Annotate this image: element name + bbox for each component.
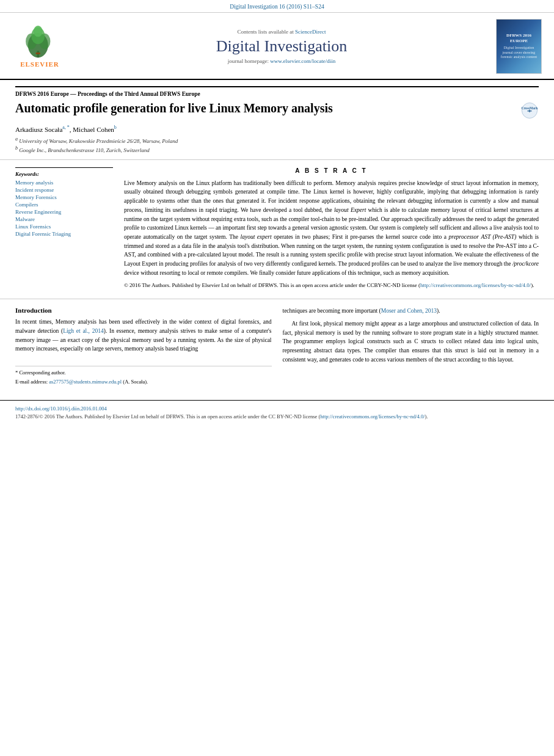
footnote-corresponding: * Corresponding author. <box>15 369 272 377</box>
license-link[interactable]: http://creativecommons.org/licenses/by-n… <box>420 282 531 288</box>
abstract-title: A B S T R A C T <box>124 167 539 174</box>
cover-line1: DFRWS 2016 EUROPE <box>499 33 539 44</box>
keyword-linux-forensics[interactable]: Linux Forensics <box>15 224 113 230</box>
abstract-para1: Live Memory analysis on the Linux platfo… <box>124 179 539 278</box>
footer-license-link[interactable]: http://creativecommons.org/licenses/by-n… <box>320 413 425 420</box>
copyright-text: © 2016 The Authors. Published by Elsevie… <box>124 282 539 290</box>
keyword-digital-forensic[interactable]: Digital Forensic Triaging <box>15 231 113 237</box>
crossmark-icon: CrossMark <box>521 102 538 119</box>
email-link[interactable]: as277575@students.mimuw.edu.pl <box>49 379 122 385</box>
elsevier-brand-text: ELSEVIER <box>20 60 59 68</box>
preprocessor-ast-italic: preprocessor AST (Pre-AST) <box>449 234 517 240</box>
keywords-column: Keywords: Memory analysis Incident respo… <box>15 167 113 293</box>
keyword-incident-response[interactable]: Incident response <box>15 187 113 193</box>
svg-rect-10 <box>529 110 530 112</box>
intro-techniques-para: techniques are becoming more important (… <box>283 307 539 316</box>
journal-header: ELSEVIER Contents lists available at Sci… <box>0 13 554 80</box>
journal-title: Digital Investigation <box>73 37 490 56</box>
svg-text:CrossMark: CrossMark <box>521 106 538 110</box>
page-footer: http://dx.doi.org/10.1016/j.diin.2016.01… <box>0 400 554 426</box>
proc-kcore-italic: /proc/kcore <box>512 261 539 267</box>
keyword-compilers[interactable]: Compilers <box>15 202 113 208</box>
body-section: Introduction In recent times, Memory ana… <box>0 299 554 388</box>
sciencedirect-link[interactable]: ScienceDirect <box>295 29 326 35</box>
intro-physical-memory-para: At first look, physical memory might app… <box>283 319 539 365</box>
keywords-section: Keywords: Memory analysis Incident respo… <box>15 167 113 237</box>
citation-text: Digital Investigation 16 (2016) S11–S24 <box>230 4 324 10</box>
abstract-section: Keywords: Memory analysis Incident respo… <box>0 160 554 299</box>
affiliation-a: a University of Warsaw, Krakowskie Przed… <box>15 136 539 144</box>
keyword-memory-analysis[interactable]: Memory analysis <box>15 180 113 186</box>
doi-link[interactable]: http://dx.doi.org/10.1016/j.diin.2016.01… <box>15 405 107 412</box>
contents-line: Contents lists available at ScienceDirec… <box>73 29 490 35</box>
author1-name: Arkadiusz Socała <box>15 126 62 133</box>
author1-sup: a, * <box>62 125 70 130</box>
article-title: Automatic profile generation for live Li… <box>15 100 539 120</box>
footnote-email: E-mail address: as277575@students.mimuw.… <box>15 379 272 386</box>
svg-rect-6 <box>36 53 40 54</box>
keyword-reverse-engineering[interactable]: Reverse Engineering <box>15 209 113 215</box>
svg-point-5 <box>34 26 43 37</box>
page-container: Digital Investigation 16 (2016) S11–S24 … <box>0 0 554 426</box>
author2-sup: b <box>114 125 117 130</box>
homepage-line: journal homepage: www.elsevier.com/locat… <box>73 58 490 64</box>
intro-right-text: techniques are becoming more important (… <box>283 307 539 364</box>
authors-line: Arkadiusz Socałaa, *, Michael Cohenb <box>15 125 539 133</box>
layout-expert-italic1: layout Expert <box>334 207 366 213</box>
footer-text: 1742-2876/© 2016 The Authors. Published … <box>15 413 539 421</box>
crossmark-badge[interactable]: CrossMark <box>520 101 539 120</box>
conference-line: DFRWS 2016 Europe — Proceedings of the T… <box>15 86 539 97</box>
affiliation-b: b Google Inc., Brandschenkestrasse 110, … <box>15 145 539 153</box>
intro-left-text: In recent times, Memory analysis has bee… <box>15 318 272 354</box>
introduction-title: Introduction <box>15 307 272 314</box>
journal-center: Contents lists available at ScienceDirec… <box>73 29 490 64</box>
footnote-section: * Corresponding author. E-mail address: … <box>15 366 272 386</box>
author2-name: , Michael Cohen <box>70 126 114 133</box>
intro-para1: In recent times, Memory analysis has bee… <box>15 318 272 354</box>
article-header: DFRWS 2016 Europe — Proceedings of the T… <box>0 80 554 160</box>
moser-citation[interactable]: Moser and Cohen, 2013 <box>381 308 437 314</box>
intro-right-col: techniques are becoming more important (… <box>283 307 539 388</box>
abstract-body: Live Memory analysis on the Linux platfo… <box>124 179 539 289</box>
keyword-malware[interactable]: Malware <box>15 216 113 222</box>
elsevier-tree-icon <box>18 26 61 59</box>
intro-left-col: Introduction In recent times, Memory ana… <box>15 307 272 388</box>
homepage-url[interactable]: www.elsevier.com/locate/diin <box>270 58 335 64</box>
ligh-citation[interactable]: Ligh et al., 2014 <box>63 328 104 334</box>
abstract-column: A B S T R A C T Live Memory analysis on … <box>124 167 539 293</box>
keyword-memory-forensics[interactable]: Memory Forensics <box>15 194 113 200</box>
doi-line: http://dx.doi.org/10.1016/j.diin.2016.01… <box>15 405 539 412</box>
article-title-text: Automatic profile generation for live Li… <box>15 100 514 116</box>
elsevier-logo: ELSEVIER <box>12 26 67 68</box>
journal-cover-image: DFRWS 2016 EUROPE Digital Investigation … <box>496 19 542 74</box>
layout-expert-italic2: layout expert <box>241 234 272 240</box>
keywords-title: Keywords: <box>15 171 113 177</box>
citation-bar: Digital Investigation 16 (2016) S11–S24 <box>0 0 554 13</box>
